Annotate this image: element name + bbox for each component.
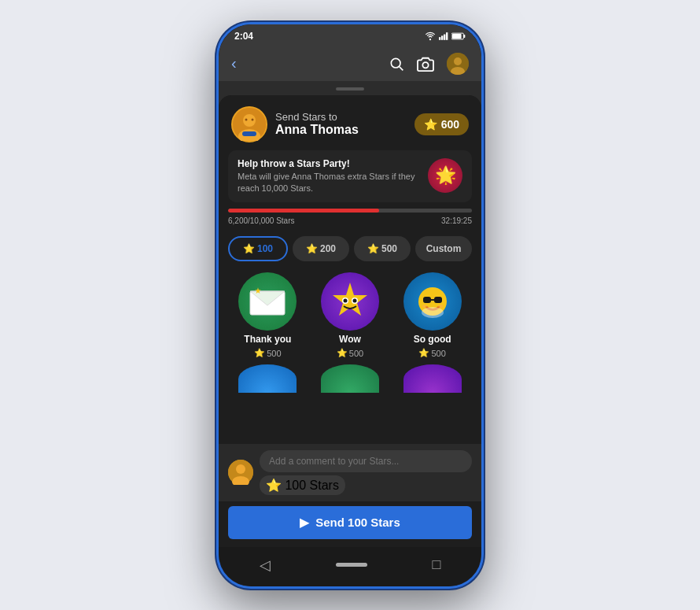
send-button-label: Send 100 Stars	[315, 516, 400, 529]
phone-screen: 2:04	[219, 24, 481, 586]
comment-input[interactable]	[260, 450, 472, 472]
stars-badge: ⭐ 100 Stars	[260, 475, 345, 495]
svg-point-7	[391, 58, 400, 68]
bottom-nav: ◁ □	[219, 547, 481, 586]
progress-meta: 6,200/10,000 Stars 32:19:25	[228, 216, 472, 225]
comment-bar: ⭐ 100 Stars	[219, 444, 481, 501]
home-indicator[interactable]	[336, 563, 367, 567]
stars-badge-text: ⭐ 100 Stars	[266, 478, 339, 493]
sticker-sogood-name: So good	[414, 334, 451, 345]
party-description: Meta will give Anna Thomas extra Stars i…	[238, 171, 420, 195]
sticker-wow-name: Wow	[339, 334, 361, 345]
svg-point-37	[236, 464, 245, 474]
status-bar: 2:04	[219, 24, 481, 46]
profile-avatar[interactable]	[447, 53, 469, 75]
progress-bar-bg	[228, 209, 472, 213]
sticker-grid-partial	[219, 364, 481, 393]
svg-rect-5	[463, 35, 465, 38]
sticker-partial-1	[238, 364, 297, 393]
amount-200-label: 200	[320, 243, 336, 254]
user-info: Send Stars to Anna Thomas	[231, 106, 359, 142]
progress-timer: 32:19:25	[441, 216, 472, 225]
sticker-thankyou-name: Thank you	[244, 334, 291, 345]
status-time: 2:04	[234, 31, 253, 42]
amount-selector: ⭐ 100 ⭐ 200 ⭐ 500 Custom	[219, 228, 481, 269]
svg-point-34	[438, 305, 443, 308]
sticker-grid: Thank you ⭐ 500	[219, 269, 481, 364]
send-stars-label: Send Stars to	[275, 111, 359, 123]
amount-100-button[interactable]: ⭐ 100	[228, 236, 288, 261]
svg-rect-3	[446, 32, 448, 40]
drag-indicator	[336, 87, 364, 91]
party-banner: Help throw a Stars Party! Meta will give…	[228, 150, 472, 203]
sticker-sogood[interactable]: So good ⭐ 500	[392, 272, 472, 358]
square-nav-button[interactable]: □	[417, 553, 457, 576]
camera-icon[interactable]	[417, 56, 434, 72]
sticker-thankyou-image	[238, 272, 297, 331]
svg-line-8	[400, 66, 403, 70]
send-button[interactable]: ▶ Send 100 Stars	[228, 506, 472, 539]
svg-marker-24	[333, 283, 367, 316]
back-nav-button[interactable]: ◁	[244, 553, 286, 577]
svg-point-28	[352, 299, 356, 303]
signal-icon	[439, 31, 448, 41]
commenter-avatar	[228, 460, 253, 485]
amount-100-label: 100	[257, 243, 273, 254]
party-text-area: Help throw a Stars Party! Meta will give…	[238, 158, 420, 195]
svg-rect-0	[439, 37, 440, 40]
sticker-partial-2	[321, 364, 379, 393]
sticker-sogood-cost-value: 500	[431, 349, 445, 358]
svg-point-35	[422, 307, 444, 318]
phone-wrapper: 2:04	[216, 22, 484, 589]
send-icon: ▶	[300, 516, 309, 530]
progress-label: 6,200/10,000 Stars	[228, 216, 295, 225]
balance-star-icon: ⭐	[424, 118, 437, 131]
stars-balance[interactable]: ⭐ 600	[414, 113, 469, 135]
svg-point-27	[343, 299, 347, 303]
amount-100-star: ⭐	[243, 243, 255, 254]
phone-frame: 2:04	[216, 22, 484, 589]
top-nav: ‹	[219, 46, 481, 81]
user-text: Send Stars to Anna Thomas	[275, 111, 359, 137]
party-title: Help throw a Stars Party!	[238, 158, 420, 169]
sticker-thankyou-cost: ⭐ 500	[254, 348, 281, 358]
amount-200-button[interactable]: ⭐ 200	[293, 236, 349, 261]
svg-point-11	[454, 57, 462, 65]
sticker-wow-cost-value: 500	[349, 349, 363, 358]
battery-icon	[451, 32, 466, 40]
sticker-partial-3	[403, 364, 462, 393]
search-icon[interactable]	[389, 56, 404, 72]
progress-bar-fill	[228, 209, 379, 213]
party-graphic: 🌟	[428, 158, 462, 193]
sticker-thankyou-cost-value: 500	[267, 349, 281, 358]
svg-rect-30	[423, 297, 431, 303]
sticker-thankyou[interactable]: Thank you ⭐ 500	[228, 272, 308, 358]
wifi-icon	[425, 31, 436, 41]
svg-point-17	[252, 118, 254, 120]
svg-rect-31	[434, 297, 442, 303]
svg-rect-6	[452, 34, 462, 39]
content-area: Send Stars to Anna Thomas ⭐ 600 Help thr…	[219, 95, 481, 547]
amount-custom-label: Custom	[426, 243, 462, 254]
user-avatar	[231, 106, 267, 142]
status-icons	[425, 31, 466, 41]
nav-icons	[389, 53, 469, 75]
sticker-wow-cost: ⭐ 500	[337, 348, 363, 358]
send-stars-header: Send Stars to Anna Thomas ⭐ 600	[219, 95, 481, 150]
sticker-wow-image	[321, 272, 379, 331]
back-button[interactable]: ‹	[231, 54, 237, 72]
svg-rect-1	[441, 35, 443, 39]
sticker-sogood-cost: ⭐ 500	[418, 348, 445, 358]
sticker-wow[interactable]: Wow ⭐ 500	[311, 272, 390, 358]
svg-point-33	[422, 305, 427, 308]
balance-amount: 600	[441, 118, 459, 131]
amount-500-label: 500	[381, 243, 397, 254]
svg-rect-2	[444, 34, 445, 39]
svg-point-9	[422, 62, 428, 68]
amount-500-button[interactable]: ⭐ 500	[354, 236, 411, 261]
amount-custom-button[interactable]: Custom	[415, 236, 472, 261]
svg-point-16	[245, 118, 248, 120]
progress-section: 6,200/10,000 Stars 32:19:25	[219, 202, 481, 228]
svg-rect-18	[242, 131, 256, 136]
svg-point-14	[243, 114, 256, 127]
